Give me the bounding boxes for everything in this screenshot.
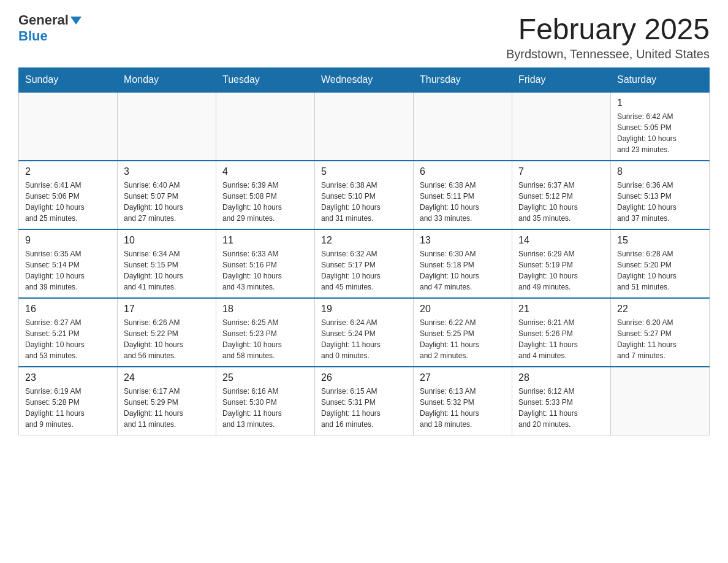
day-of-week-header: Sunday: [19, 68, 118, 93]
calendar-cell: 13Sunrise: 6:30 AM Sunset: 5:18 PM Dayli…: [414, 229, 512, 298]
day-info: Sunrise: 6:15 AM Sunset: 5:31 PM Dayligh…: [321, 386, 407, 430]
calendar-cell: 11Sunrise: 6:33 AM Sunset: 5:16 PM Dayli…: [216, 229, 315, 298]
day-number: 1: [617, 98, 703, 109]
calendar-cell: 4Sunrise: 6:39 AM Sunset: 5:08 PM Daylig…: [216, 161, 315, 229]
day-info: Sunrise: 6:38 AM Sunset: 5:11 PM Dayligh…: [420, 180, 506, 224]
day-number: 26: [321, 372, 407, 383]
day-of-week-header: Tuesday: [216, 68, 315, 93]
calendar-cell: [315, 92, 414, 161]
day-info: Sunrise: 6:19 AM Sunset: 5:28 PM Dayligh…: [25, 386, 111, 430]
calendar-cell: 17Sunrise: 6:26 AM Sunset: 5:22 PM Dayli…: [118, 298, 216, 367]
calendar-cell: 22Sunrise: 6:20 AM Sunset: 5:27 PM Dayli…: [611, 298, 710, 367]
day-info: Sunrise: 6:41 AM Sunset: 5:06 PM Dayligh…: [25, 180, 111, 224]
day-info: Sunrise: 6:24 AM Sunset: 5:24 PM Dayligh…: [321, 317, 407, 361]
calendar-cell: 9Sunrise: 6:35 AM Sunset: 5:14 PM Daylig…: [19, 229, 118, 298]
day-number: 6: [420, 166, 506, 177]
calendar-cell: 26Sunrise: 6:15 AM Sunset: 5:31 PM Dayli…: [315, 367, 414, 435]
calendar-week-row: 1Sunrise: 6:42 AM Sunset: 5:05 PM Daylig…: [19, 92, 710, 161]
day-number: 14: [518, 235, 604, 246]
day-number: 8: [617, 166, 703, 177]
logo-general-text: General: [18, 12, 69, 28]
calendar-cell: 14Sunrise: 6:29 AM Sunset: 5:19 PM Dayli…: [512, 229, 611, 298]
day-number: 16: [25, 304, 111, 315]
calendar-cell: 19Sunrise: 6:24 AM Sunset: 5:24 PM Dayli…: [315, 298, 414, 367]
day-info: Sunrise: 6:25 AM Sunset: 5:23 PM Dayligh…: [222, 317, 308, 361]
calendar-cell: [512, 92, 611, 161]
day-info: Sunrise: 6:28 AM Sunset: 5:20 PM Dayligh…: [617, 248, 703, 293]
day-number: 23: [25, 372, 111, 383]
calendar-cell: 27Sunrise: 6:13 AM Sunset: 5:32 PM Dayli…: [414, 367, 512, 435]
day-info: Sunrise: 6:17 AM Sunset: 5:29 PM Dayligh…: [124, 386, 210, 430]
day-info: Sunrise: 6:26 AM Sunset: 5:22 PM Dayligh…: [124, 317, 210, 361]
day-info: Sunrise: 6:30 AM Sunset: 5:18 PM Dayligh…: [420, 248, 506, 293]
calendar-cell: 8Sunrise: 6:36 AM Sunset: 5:13 PM Daylig…: [611, 161, 710, 229]
calendar-cell: 7Sunrise: 6:37 AM Sunset: 5:12 PM Daylig…: [512, 161, 611, 229]
day-number: 19: [321, 304, 407, 315]
day-of-week-header: Saturday: [611, 68, 710, 93]
day-info: Sunrise: 6:35 AM Sunset: 5:14 PM Dayligh…: [25, 248, 111, 293]
calendar-cell: 6Sunrise: 6:38 AM Sunset: 5:11 PM Daylig…: [414, 161, 512, 229]
calendar-cell: [118, 92, 216, 161]
day-info: Sunrise: 6:33 AM Sunset: 5:16 PM Dayligh…: [222, 248, 308, 293]
day-info: Sunrise: 6:21 AM Sunset: 5:26 PM Dayligh…: [518, 317, 604, 361]
day-info: Sunrise: 6:37 AM Sunset: 5:12 PM Dayligh…: [518, 180, 604, 224]
calendar-cell: 10Sunrise: 6:34 AM Sunset: 5:15 PM Dayli…: [118, 229, 216, 298]
day-number: 3: [124, 166, 210, 177]
day-number: 7: [518, 166, 604, 177]
calendar-cell: 23Sunrise: 6:19 AM Sunset: 5:28 PM Dayli…: [19, 367, 118, 435]
day-info: Sunrise: 6:38 AM Sunset: 5:10 PM Dayligh…: [321, 180, 407, 224]
day-of-week-header: Wednesday: [315, 68, 414, 93]
day-number: 17: [124, 304, 210, 315]
calendar-week-row: 23Sunrise: 6:19 AM Sunset: 5:28 PM Dayli…: [19, 367, 710, 435]
day-of-week-header: Monday: [118, 68, 216, 93]
day-number: 2: [25, 166, 111, 177]
calendar-cell: 15Sunrise: 6:28 AM Sunset: 5:20 PM Dayli…: [611, 229, 710, 298]
day-info: Sunrise: 6:29 AM Sunset: 5:19 PM Dayligh…: [518, 248, 604, 293]
day-of-week-header: Thursday: [414, 68, 512, 93]
day-number: 9: [25, 235, 111, 246]
page-header: General Blue February 2025 Byrdstown, Te…: [18, 12, 710, 61]
calendar-cell: 18Sunrise: 6:25 AM Sunset: 5:23 PM Dayli…: [216, 298, 315, 367]
day-number: 10: [124, 235, 210, 246]
day-info: Sunrise: 6:34 AM Sunset: 5:15 PM Dayligh…: [124, 248, 210, 293]
day-info: Sunrise: 6:13 AM Sunset: 5:32 PM Dayligh…: [420, 386, 506, 430]
title-section: February 2025 Byrdstown, Tennessee, Unit…: [506, 12, 710, 61]
calendar-cell: [216, 92, 315, 161]
day-info: Sunrise: 6:27 AM Sunset: 5:21 PM Dayligh…: [25, 317, 111, 361]
day-info: Sunrise: 6:36 AM Sunset: 5:13 PM Dayligh…: [617, 180, 703, 224]
day-info: Sunrise: 6:22 AM Sunset: 5:25 PM Dayligh…: [420, 317, 506, 361]
day-info: Sunrise: 6:20 AM Sunset: 5:27 PM Dayligh…: [617, 317, 703, 361]
location-subtitle: Byrdstown, Tennessee, United States: [506, 47, 710, 61]
day-number: 21: [518, 304, 604, 315]
day-info: Sunrise: 6:39 AM Sunset: 5:08 PM Dayligh…: [222, 180, 308, 224]
day-number: 28: [518, 372, 604, 383]
day-info: Sunrise: 6:32 AM Sunset: 5:17 PM Dayligh…: [321, 248, 407, 293]
calendar-cell: 16Sunrise: 6:27 AM Sunset: 5:21 PM Dayli…: [19, 298, 118, 367]
day-number: 18: [222, 304, 308, 315]
calendar-cell: 25Sunrise: 6:16 AM Sunset: 5:30 PM Dayli…: [216, 367, 315, 435]
calendar-week-row: 16Sunrise: 6:27 AM Sunset: 5:21 PM Dayli…: [19, 298, 710, 367]
day-number: 24: [124, 372, 210, 383]
logo-blue-text: Blue: [18, 28, 48, 44]
day-info: Sunrise: 6:42 AM Sunset: 5:05 PM Dayligh…: [617, 111, 703, 155]
day-number: 4: [222, 166, 308, 177]
logo: General Blue: [18, 12, 82, 44]
day-number: 27: [420, 372, 506, 383]
day-number: 20: [420, 304, 506, 315]
calendar-cell: 21Sunrise: 6:21 AM Sunset: 5:26 PM Dayli…: [512, 298, 611, 367]
calendar-week-row: 2Sunrise: 6:41 AM Sunset: 5:06 PM Daylig…: [19, 161, 710, 229]
day-info: Sunrise: 6:40 AM Sunset: 5:07 PM Dayligh…: [124, 180, 210, 224]
calendar-cell: [19, 92, 118, 161]
day-number: 15: [617, 235, 703, 246]
day-info: Sunrise: 6:16 AM Sunset: 5:30 PM Dayligh…: [222, 386, 308, 430]
calendar-cell: 12Sunrise: 6:32 AM Sunset: 5:17 PM Dayli…: [315, 229, 414, 298]
day-of-week-header: Friday: [512, 68, 611, 93]
day-info: Sunrise: 6:12 AM Sunset: 5:33 PM Dayligh…: [518, 386, 604, 430]
calendar-cell: 3Sunrise: 6:40 AM Sunset: 5:07 PM Daylig…: [118, 161, 216, 229]
day-number: 22: [617, 304, 703, 315]
calendar-table: SundayMondayTuesdayWednesdayThursdayFrid…: [18, 67, 710, 435]
day-number: 12: [321, 235, 407, 246]
logo-triangle-icon: [70, 17, 82, 25]
calendar-cell: 24Sunrise: 6:17 AM Sunset: 5:29 PM Dayli…: [118, 367, 216, 435]
calendar-cell: [414, 92, 512, 161]
